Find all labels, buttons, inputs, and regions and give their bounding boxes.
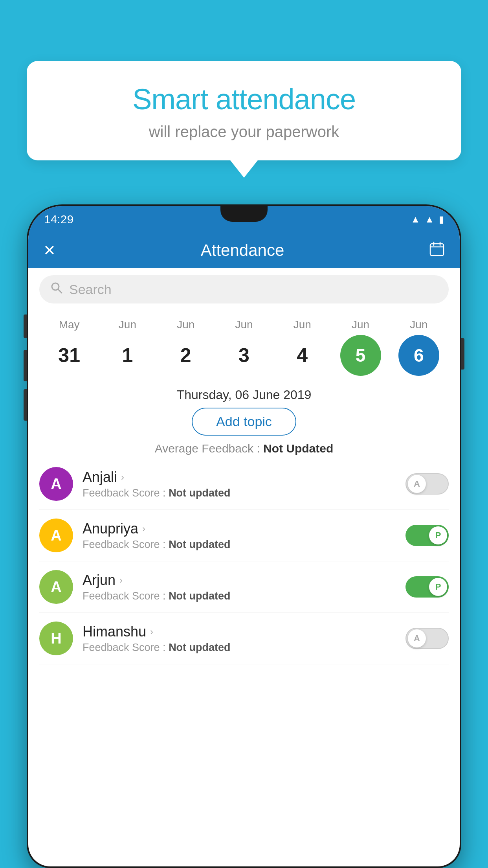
student-item-2[interactable]: A Arjun › Feedback Score : Not updated P <box>39 561 449 613</box>
cal-day-0[interactable]: 31 <box>46 344 93 367</box>
app-content: Search May Jun Jun Jun Jun Jun Jun 31 1 … <box>28 268 460 664</box>
average-feedback: Average Feedback : Not Updated <box>28 442 460 455</box>
search-placeholder: Search <box>69 282 112 297</box>
signal-icon: ▲ <box>425 214 434 225</box>
toggle-wrap-2[interactable]: P <box>405 576 449 598</box>
attendance-toggle-1[interactable]: P <box>405 525 449 546</box>
student-name-2: Arjun › <box>83 572 396 588</box>
cal-day-3[interactable]: 3 <box>220 344 268 367</box>
phone-frame: 14:29 ▲ ▲ ▮ ✕ Attendance <box>27 204 461 868</box>
toggle-knob-0: A <box>408 475 426 493</box>
bubble-subtitle: will replace your paperwork <box>50 123 438 141</box>
feedback-avg-label: Average Feedback : <box>155 442 260 455</box>
student-feedback-0: Feedback Score : Not updated <box>83 487 396 499</box>
student-avatar-0: A <box>39 467 73 501</box>
student-info-3: Himanshu › Feedback Score : Not updated <box>83 623 396 654</box>
calendar-icon[interactable] <box>429 241 445 260</box>
calendar-strip: May Jun Jun Jun Jun Jun Jun 31 1 2 3 4 5 <box>28 311 460 380</box>
cal-day-6-wrap[interactable]: 6 <box>395 335 442 376</box>
cal-month-2: Jun <box>162 318 209 331</box>
cal-day-5-wrap[interactable]: 5 <box>337 335 384 376</box>
student-info-0: Anjali › Feedback Score : Not updated <box>83 469 396 499</box>
student-item-0[interactable]: A Anjali › Feedback Score : Not updated … <box>39 458 449 510</box>
status-time: 14:29 <box>44 213 73 226</box>
cal-month-3: Jun <box>220 318 268 331</box>
attendance-toggle-0[interactable]: A <box>405 473 449 495</box>
student-item-1[interactable]: A Anupriya › Feedback Score : Not update… <box>39 510 449 561</box>
cal-month-6: Jun <box>395 318 442 331</box>
cal-day-2[interactable]: 2 <box>162 344 209 367</box>
chevron-icon-2: › <box>119 575 123 586</box>
notch <box>220 206 268 222</box>
header-title: Attendance <box>68 241 417 260</box>
student-name-0: Anjali › <box>83 469 396 485</box>
student-avatar-2: A <box>39 570 73 604</box>
cal-month-1: Jun <box>104 318 151 331</box>
add-topic-button[interactable]: Add topic <box>192 408 296 436</box>
bubble-title: Smart attendance <box>50 83 438 116</box>
phone-btn-right <box>461 338 464 370</box>
selected-date-label: Thursday, 06 June 2019 <box>28 388 460 402</box>
student-feedback-2: Feedback Score : Not updated <box>83 590 396 602</box>
cal-month-5: Jun <box>337 318 384 331</box>
toggle-knob-2: P <box>429 578 447 596</box>
cal-month-4: Jun <box>279 318 326 331</box>
phone-btn-left1 <box>24 314 27 338</box>
toggle-knob-3: A <box>408 629 426 647</box>
phone-inner: 14:29 ▲ ▲ ▮ ✕ Attendance <box>28 206 460 866</box>
feedback-avg-value: Not Updated <box>263 442 333 455</box>
status-icons: ▲ ▲ ▮ <box>411 214 444 225</box>
phone-btn-left3 <box>24 389 27 421</box>
toggle-knob-1: P <box>429 526 447 544</box>
student-feedback-3: Feedback Score : Not updated <box>83 642 396 654</box>
student-feedback-1: Feedback Score : Not updated <box>83 539 396 551</box>
toggle-wrap-3[interactable]: A <box>405 628 449 649</box>
toggle-wrap-1[interactable]: P <box>405 525 449 546</box>
speech-bubble: Smart attendance will replace your paper… <box>27 61 461 160</box>
calendar-days: 31 1 2 3 4 5 6 <box>36 331 452 376</box>
cal-month-0: May <box>46 318 93 331</box>
student-name-3: Himanshu › <box>83 623 396 640</box>
attendance-toggle-2[interactable]: P <box>405 576 449 598</box>
student-list: A Anjali › Feedback Score : Not updated … <box>28 458 460 664</box>
chevron-icon-0: › <box>121 472 124 483</box>
close-button[interactable]: ✕ <box>43 242 56 259</box>
phone-btn-left2 <box>24 350 27 381</box>
toggle-wrap-0[interactable]: A <box>405 473 449 495</box>
app-header: ✕ Attendance <box>28 233 460 268</box>
student-info-2: Arjun › Feedback Score : Not updated <box>83 572 396 602</box>
cal-day-1[interactable]: 1 <box>104 344 151 367</box>
chevron-icon-3: › <box>150 626 153 637</box>
svg-line-5 <box>58 289 62 293</box>
attendance-toggle-3[interactable]: A <box>405 628 449 649</box>
student-avatar-3: H <box>39 622 73 655</box>
cal-day-6[interactable]: 6 <box>398 335 439 376</box>
svg-rect-0 <box>430 244 444 256</box>
student-avatar-1: A <box>39 519 73 552</box>
student-item-3[interactable]: H Himanshu › Feedback Score : Not update… <box>39 613 449 664</box>
calendar-months: May Jun Jun Jun Jun Jun Jun <box>36 318 452 331</box>
student-name-1: Anupriya › <box>83 520 396 537</box>
battery-icon: ▮ <box>439 214 444 225</box>
chevron-icon-1: › <box>142 523 145 534</box>
student-info-1: Anupriya › Feedback Score : Not updated <box>83 520 396 551</box>
cal-day-5[interactable]: 5 <box>340 335 381 376</box>
search-icon <box>50 281 63 297</box>
wifi-icon: ▲ <box>411 214 420 225</box>
cal-day-4[interactable]: 4 <box>279 344 326 367</box>
search-bar[interactable]: Search <box>39 275 449 303</box>
